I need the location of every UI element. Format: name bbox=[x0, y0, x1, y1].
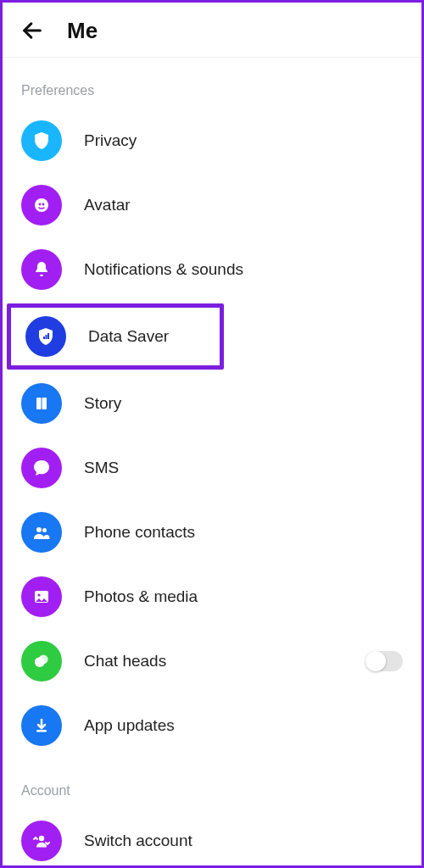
svg-point-12 bbox=[37, 593, 40, 596]
settings-item-app-updates[interactable]: App updates bbox=[3, 693, 421, 758]
download-icon bbox=[21, 705, 62, 746]
settings-item-chat-heads[interactable]: Chat heads bbox=[3, 629, 421, 693]
settings-item-notifications[interactable]: Notifications & sounds bbox=[3, 237, 421, 302]
preferences-list: Privacy Avatar Notifications & sounds Da… bbox=[3, 108, 421, 758]
settings-item-data-saver[interactable]: Data Saver bbox=[7, 303, 224, 370]
svg-point-10 bbox=[42, 528, 47, 532]
image-icon bbox=[21, 576, 62, 617]
svg-point-9 bbox=[36, 527, 42, 532]
svg-rect-5 bbox=[46, 335, 47, 339]
settings-item-label: Switch account bbox=[84, 832, 403, 850]
settings-item-avatar[interactable]: Avatar bbox=[3, 173, 421, 237]
data-shield-icon bbox=[25, 316, 66, 357]
settings-item-label: SMS bbox=[84, 459, 403, 477]
page-title: Me bbox=[67, 18, 98, 44]
settings-item-label: Avatar bbox=[84, 196, 403, 214]
contacts-icon bbox=[21, 512, 62, 553]
svg-point-16 bbox=[39, 836, 44, 841]
section-label-account: Account bbox=[3, 758, 421, 809]
svg-rect-8 bbox=[42, 398, 47, 409]
settings-item-label: App updates bbox=[84, 716, 403, 735]
svg-rect-4 bbox=[43, 337, 45, 339]
settings-item-sms[interactable]: SMS bbox=[3, 436, 421, 500]
svg-rect-7 bbox=[36, 398, 42, 409]
svg-point-1 bbox=[35, 198, 48, 212]
settings-item-label: Photos & media bbox=[84, 587, 403, 606]
avatar-icon bbox=[21, 185, 62, 225]
settings-item-label: Phone contacts bbox=[84, 523, 403, 542]
settings-item-label: Notifications & sounds bbox=[84, 260, 403, 279]
back-button[interactable] bbox=[18, 16, 47, 45]
settings-item-story[interactable]: Story bbox=[3, 371, 421, 436]
account-list: Switch account bbox=[3, 809, 421, 861]
settings-item-privacy[interactable]: Privacy bbox=[3, 108, 421, 173]
settings-item-label: Story bbox=[84, 394, 403, 413]
svg-point-14 bbox=[35, 657, 45, 667]
settings-item-label: Chat heads bbox=[84, 652, 365, 670]
settings-item-label: Data Saver bbox=[88, 327, 205, 346]
svg-rect-6 bbox=[47, 333, 49, 339]
story-icon bbox=[21, 383, 62, 424]
svg-rect-15 bbox=[36, 730, 47, 732]
chat-heads-toggle[interactable] bbox=[365, 651, 403, 671]
header: Me bbox=[3, 3, 421, 58]
settings-item-phone-contacts[interactable]: Phone contacts bbox=[3, 500, 421, 565]
back-arrow-icon bbox=[20, 19, 44, 42]
settings-item-switch-account[interactable]: Switch account bbox=[3, 809, 421, 861]
svg-point-2 bbox=[39, 203, 42, 206]
shield-icon bbox=[21, 120, 62, 161]
svg-point-3 bbox=[42, 203, 45, 206]
chat-bubble-icon bbox=[21, 448, 62, 488]
chat-heads-icon bbox=[21, 641, 62, 682]
switch-account-icon bbox=[21, 821, 62, 861]
settings-item-label: Privacy bbox=[84, 131, 403, 150]
section-label-preferences: Preferences bbox=[3, 58, 421, 108]
settings-item-photos-media[interactable]: Photos & media bbox=[3, 565, 421, 629]
bell-icon bbox=[21, 249, 62, 290]
